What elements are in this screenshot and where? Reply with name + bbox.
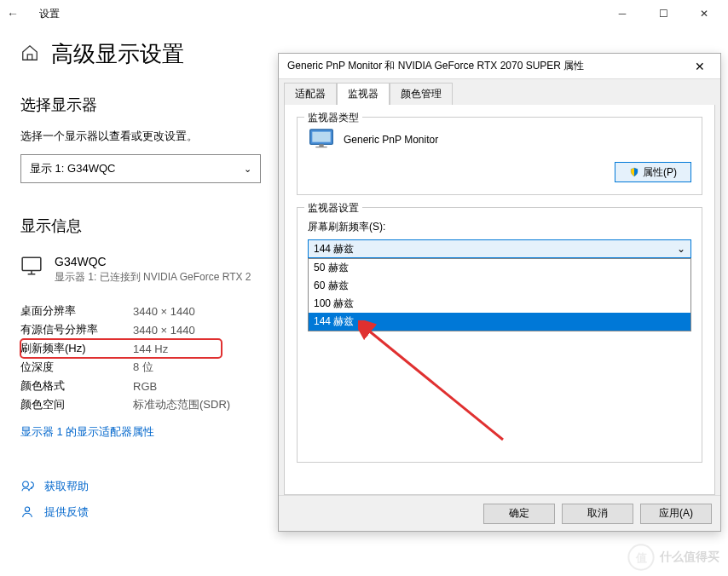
minimize-button[interactable]: ─ xyxy=(605,1,639,26)
properties-button[interactable]: 属性(P) xyxy=(615,162,691,182)
svg-text:值: 值 xyxy=(635,551,647,564)
page-title: 高级显示设置 xyxy=(51,39,184,69)
svg-point-1 xyxy=(23,481,29,487)
group-monitor-settings: 监视器设置 屏幕刷新频率(S): 144 赫兹 ⌄ 50 赫兹 60 赫兹 10… xyxy=(297,207,702,463)
tab-monitor[interactable]: 监视器 xyxy=(337,83,390,105)
refresh-rate-selected: 144 赫兹 xyxy=(314,242,354,256)
refresh-rate-option[interactable]: 50 赫兹 xyxy=(309,259,690,277)
dialog-panel: 监视器类型 Generic PnP Monitor 属性(P) 监视器设置 屏幕… xyxy=(284,105,715,495)
chevron-down-icon: ⌄ xyxy=(677,243,685,255)
cancel-button[interactable]: 取消 xyxy=(562,504,633,524)
refresh-rate-dropdown[interactable]: 144 赫兹 ⌄ 50 赫兹 60 赫兹 100 赫兹 144 赫兹 xyxy=(308,239,691,258)
monitor-desc: 显示器 1: 已连接到 NVIDIA GeForce RTX 2 xyxy=(55,270,251,285)
svg-point-2 xyxy=(25,507,29,511)
svg-rect-0 xyxy=(22,257,41,270)
monitor-icon xyxy=(20,255,43,280)
dialog-close-button[interactable]: ✕ xyxy=(688,58,712,75)
back-button[interactable]: ← xyxy=(7,7,19,20)
ok-button[interactable]: 确定 xyxy=(483,504,555,524)
monitor-name: G34WQC xyxy=(55,255,251,268)
home-icon[interactable] xyxy=(20,43,39,66)
refresh-rate-list: 50 赫兹 60 赫兹 100 赫兹 144 赫兹 xyxy=(308,258,691,331)
app-title: 设置 xyxy=(39,7,60,21)
monitor-device-icon xyxy=(308,126,335,153)
titlebar: ← 设置 ─ ☐ ✕ xyxy=(0,0,728,27)
maximize-button[interactable]: ☐ xyxy=(646,1,680,26)
svg-rect-4 xyxy=(312,132,330,142)
dialog-titlebar: Generic PnP Monitor 和 NVIDIA GeForce RTX… xyxy=(279,54,720,79)
adapter-link[interactable]: 显示器 1 的显示适配器属性 xyxy=(20,424,154,440)
refresh-rate-option[interactable]: 60 赫兹 xyxy=(309,277,690,295)
dialog-tabs: 适配器 监视器 颜色管理 xyxy=(279,79,720,105)
display-select-value: 显示 1: G34WQC xyxy=(30,161,115,176)
refresh-rate-option[interactable]: 144 赫兹 xyxy=(309,313,690,331)
chevron-down-icon: ⌄ xyxy=(244,164,251,175)
dialog-title: Generic PnP Monitor 和 NVIDIA GeForce RTX… xyxy=(287,59,584,73)
tab-color[interactable]: 颜色管理 xyxy=(390,83,453,105)
close-button[interactable]: ✕ xyxy=(687,1,721,26)
monitor-properties-dialog: Generic PnP Monitor 和 NVIDIA GeForce RTX… xyxy=(278,53,721,532)
tab-adapter[interactable]: 适配器 xyxy=(284,83,337,105)
apply-button[interactable]: 应用(A) xyxy=(640,504,712,524)
refresh-rate-label: 屏幕刷新频率(S): xyxy=(308,220,691,234)
group-monitor-type: 监视器类型 Generic PnP Monitor 属性(P) xyxy=(297,117,702,195)
info-row-refresh: 刷新频率(Hz)144 Hz xyxy=(20,339,222,358)
monitor-type-name: Generic PnP Monitor xyxy=(344,134,438,146)
refresh-rate-option[interactable]: 100 赫兹 xyxy=(309,295,690,313)
display-select[interactable]: 显示 1: G34WQC ⌄ xyxy=(20,154,261,183)
shield-icon xyxy=(629,167,639,177)
watermark: 值 什么值得买 xyxy=(627,544,719,571)
